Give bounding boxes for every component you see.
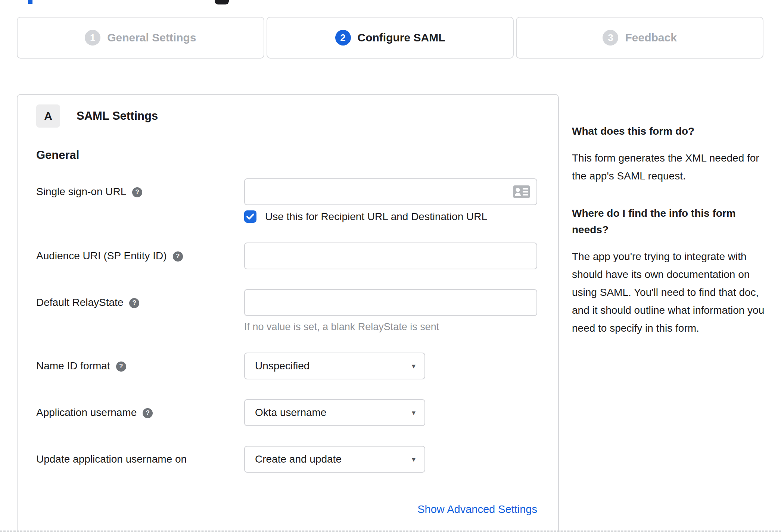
saml-settings-panel: A SAML Settings General Single sign-on U… bbox=[17, 94, 559, 532]
bottom-dashed-divider bbox=[0, 531, 781, 532]
single-sign-on-url-label: Single sign-on URL bbox=[36, 186, 126, 197]
chevron-down-icon: ▾ bbox=[412, 362, 416, 370]
help-icon[interactable]: ? bbox=[173, 251, 183, 262]
step-3-number-badge: 3 bbox=[603, 30, 618, 46]
help-sidebar: What does this form do? This form genera… bbox=[572, 123, 770, 357]
recipient-url-checkbox-label[interactable]: Use this for Recipient URL and Destinati… bbox=[265, 211, 487, 223]
application-username-select[interactable]: Okta username ▾ bbox=[244, 399, 425, 426]
name-id-format-select[interactable]: Unspecified ▾ bbox=[244, 353, 425, 379]
field-row-audience-uri: Audience URI (SP Entity ID)? bbox=[36, 242, 558, 269]
advanced-settings-row: Show Advanced Settings bbox=[36, 503, 537, 516]
audience-uri-input[interactable] bbox=[244, 242, 537, 269]
saml-form: Single sign-on URL? bbox=[36, 178, 558, 516]
update-application-username-label: Update application username on bbox=[36, 453, 187, 465]
checkmark-icon bbox=[246, 213, 254, 220]
field-row-default-relaystate: Default RelayState? If no value is set, … bbox=[36, 289, 558, 333]
sidebar-heading-where: Where do I find the info this form needs… bbox=[572, 205, 770, 238]
sidebar-body-where: The app you're trying to integrate with … bbox=[572, 248, 770, 337]
application-username-label: Application username bbox=[36, 407, 137, 418]
help-icon[interactable]: ? bbox=[132, 187, 142, 197]
general-section-heading: General bbox=[36, 148, 558, 162]
step-feedback[interactable]: 3 Feedback bbox=[516, 17, 763, 59]
default-relaystate-input[interactable] bbox=[244, 289, 537, 316]
field-label-col: Single sign-on URL? bbox=[36, 178, 244, 223]
help-icon[interactable]: ? bbox=[143, 408, 153, 418]
help-icon[interactable]: ? bbox=[116, 362, 126, 372]
step-1-label: General Settings bbox=[107, 31, 196, 44]
field-row-application-username: Application username? Okta username ▾ bbox=[36, 399, 558, 426]
panel-title: SAML Settings bbox=[77, 109, 158, 123]
chevron-down-icon: ▾ bbox=[412, 455, 416, 464]
field-label-col: Application username? bbox=[36, 399, 244, 426]
field-row-name-id-format: Name ID format? Unspecified ▾ bbox=[36, 353, 558, 379]
contact-card-icon[interactable] bbox=[513, 185, 530, 200]
field-row-single-sign-on-url: Single sign-on URL? bbox=[36, 178, 558, 223]
chevron-down-icon: ▾ bbox=[412, 408, 416, 417]
step-configure-saml[interactable]: 2 Configure SAML bbox=[267, 17, 514, 59]
update-application-username-value: Create and update bbox=[255, 453, 342, 465]
help-icon[interactable]: ? bbox=[129, 298, 139, 308]
field-label-col: Update application username on bbox=[36, 446, 244, 473]
application-username-value: Okta username bbox=[255, 407, 326, 419]
step-general-settings[interactable]: 1 General Settings bbox=[17, 17, 264, 59]
cropped-header-logo-fragment bbox=[28, 0, 32, 4]
single-sign-on-url-input[interactable] bbox=[244, 178, 537, 205]
show-advanced-settings-link[interactable]: Show Advanced Settings bbox=[417, 503, 537, 515]
recipient-url-checkbox-row: Use this for Recipient URL and Destinati… bbox=[244, 210, 558, 223]
name-id-format-label: Name ID format bbox=[36, 360, 110, 372]
update-application-username-select[interactable]: Create and update ▾ bbox=[244, 446, 425, 473]
field-label-col: Name ID format? bbox=[36, 353, 244, 379]
step-2-number-badge: 2 bbox=[335, 30, 351, 46]
sidebar-heading-what: What does this form do? bbox=[572, 123, 770, 140]
wizard-stepper: 1 General Settings 2 Configure SAML 3 Fe… bbox=[17, 17, 763, 59]
audience-uri-label: Audience URI (SP Entity ID) bbox=[36, 250, 167, 262]
cropped-app-icon-fragment bbox=[215, 0, 229, 4]
name-id-format-value: Unspecified bbox=[255, 360, 309, 372]
step-3-label: Feedback bbox=[625, 31, 676, 44]
section-a-badge: A bbox=[36, 104, 60, 128]
step-2-label: Configure SAML bbox=[358, 31, 445, 44]
default-relaystate-label: Default RelayState bbox=[36, 297, 123, 308]
field-label-col: Default RelayState? bbox=[36, 289, 244, 333]
step-1-number-badge: 1 bbox=[85, 30, 100, 46]
recipient-url-checkbox[interactable] bbox=[244, 210, 256, 223]
sidebar-body-what: This form generates the XML needed for t… bbox=[572, 149, 770, 185]
panel-header: A SAML Settings bbox=[36, 104, 558, 128]
field-label-col: Audience URI (SP Entity ID)? bbox=[36, 242, 244, 269]
relaystate-hint-text: If no value is set, a blank RelayState i… bbox=[244, 321, 558, 333]
field-row-update-application-username: Update application username on Create an… bbox=[36, 446, 558, 473]
